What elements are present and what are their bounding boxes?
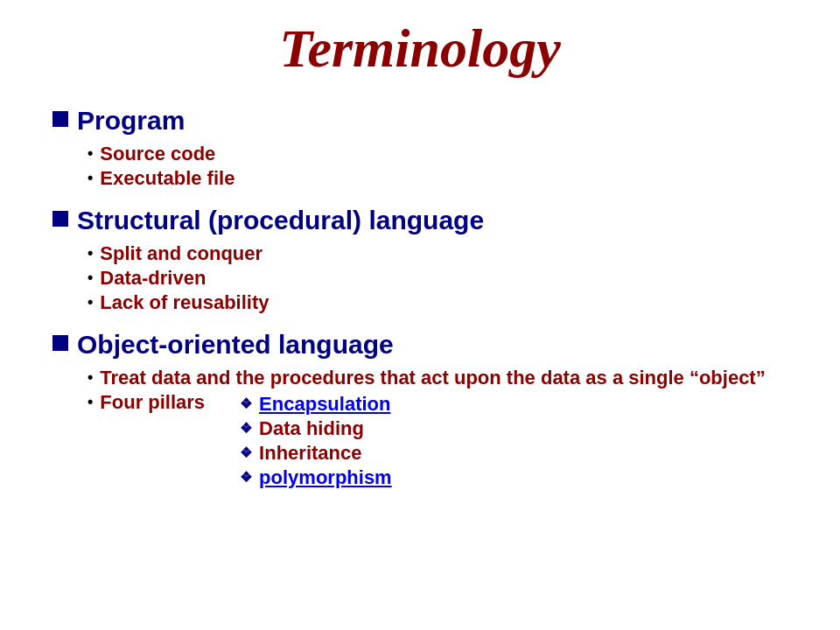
- list-item: Data hiding: [240, 417, 392, 440]
- list-item: Lack of reusability: [88, 291, 788, 314]
- encapsulation-link[interactable]: Encapsulation: [259, 393, 390, 416]
- structural-sub-item-1: Data-driven: [100, 267, 206, 290]
- inheritance-item: Inheritance: [259, 442, 361, 465]
- section-program: Program Source code Executable file: [52, 106, 788, 190]
- oop-sub-item-0: Treat data and the procedures that act u…: [100, 367, 765, 389]
- main-item-structural: Structural (procedural) language: [52, 206, 788, 235]
- list-item: Source code: [88, 143, 788, 165]
- oop-sub-list: Treat data and the procedures that act u…: [88, 367, 788, 491]
- list-item: Inheritance: [240, 442, 392, 465]
- main-item-oop-label: Object-oriented language: [77, 330, 394, 360]
- section-oop: Object-oriented language Treat data and …: [52, 330, 788, 491]
- main-item-program: Program: [52, 106, 788, 136]
- oop-pillars-list: Encapsulation Data hiding Inheritance po…: [240, 393, 392, 491]
- bullet-oop: [52, 335, 68, 351]
- oop-sub-item-1: Four pillars: [100, 391, 205, 414]
- main-item-oop: Object-oriented language: [52, 330, 788, 360]
- list-item: Executable file: [88, 167, 788, 190]
- structural-sub-item-2: Lack of reusability: [100, 291, 269, 314]
- list-item: Encapsulation: [240, 393, 392, 416]
- data-hiding-item: Data hiding: [259, 417, 364, 440]
- structural-sub-list: Split and conquer Data-driven Lack of re…: [88, 242, 788, 314]
- list-item: polymorphism: [240, 466, 392, 489]
- bullet-program: [52, 111, 68, 127]
- structural-sub-item-0: Split and conquer: [100, 242, 262, 265]
- program-sub-item-1: Executable file: [100, 167, 234, 190]
- program-sub-item-0: Source code: [100, 143, 215, 165]
- main-item-program-label: Program: [77, 106, 185, 136]
- page-title: Terminology: [52, 18, 788, 80]
- list-item: Split and conquer: [88, 242, 788, 265]
- section-structural: Structural (procedural) language Split a…: [52, 206, 788, 314]
- program-sub-list: Source code Executable file: [88, 143, 788, 190]
- list-item: Four pillars Encapsulation Data hiding I…: [88, 391, 788, 491]
- content-area: Program Source code Executable file Stru…: [52, 106, 788, 491]
- list-item: Data-driven: [88, 267, 788, 290]
- polymorphism-link[interactable]: polymorphism: [259, 466, 392, 489]
- page: Terminology Program Source code Executab…: [0, 0, 840, 630]
- list-item: Treat data and the procedures that act u…: [88, 367, 788, 389]
- bullet-structural: [52, 211, 68, 227]
- main-item-structural-label: Structural (procedural) language: [77, 206, 484, 235]
